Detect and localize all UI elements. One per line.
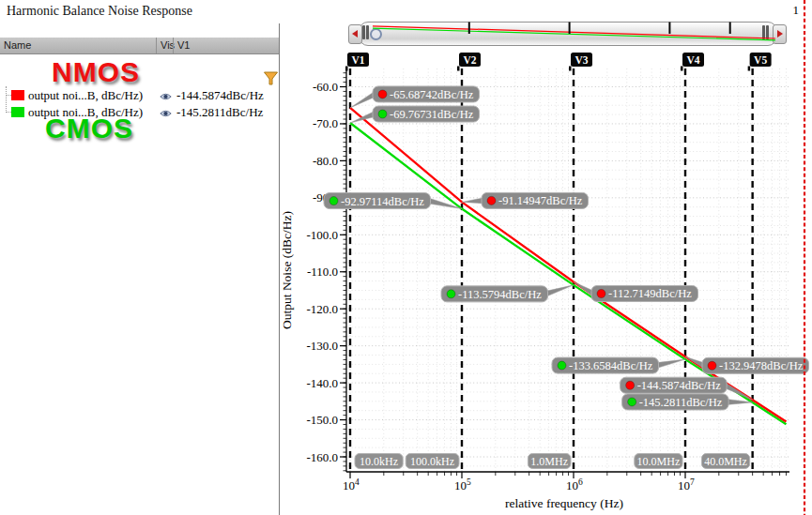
marker-value-v1: -144.5874dBc/Hz: [176, 88, 264, 103]
callout-dot: [597, 289, 605, 297]
marker-label-v1[interactable]: [347, 53, 369, 67]
slider-track[interactable]: [359, 22, 777, 46]
marker-label-tail: [748, 67, 751, 71]
marker-freq-text: 40.0MHz: [704, 455, 747, 468]
column-header-v1[interactable]: V1: [174, 39, 190, 51]
marker-label-text: V3: [575, 54, 588, 66]
eye-icon[interactable]: [160, 90, 172, 105]
y-tick-label: -90.0: [313, 190, 338, 204]
marker-value-v1: -145.2811dBc/Hz: [176, 105, 263, 120]
trace-nmos[interactable]: [350, 108, 786, 422]
trace-row-nmos[interactable]: output noi...B, dBc/Hz) -144.5874dBc/Hz: [0, 89, 279, 102]
marker-freq-badge-v1[interactable]: [355, 454, 403, 469]
callout-dot: [626, 381, 635, 389]
slider-right-arrow-button[interactable]: [773, 24, 787, 44]
callout-dot: [378, 90, 387, 98]
slider-grip[interactable]: [366, 25, 369, 39]
callout-v3-nmos[interactable]: [591, 285, 698, 301]
column-separator[interactable]: [173, 38, 174, 53]
marker-freq-badge-v2[interactable]: [406, 454, 459, 469]
marker-label-v4[interactable]: [682, 53, 704, 67]
callout-dot: [447, 290, 455, 298]
callout-value-text: -113.5794dBc/Hz: [458, 288, 542, 301]
trace-row-cmos[interactable]: output noi...B, dBc/Hz) -145.2811dBc/Hz: [0, 106, 279, 119]
marker-label-v2[interactable]: [459, 53, 481, 67]
callout-value-text: -144.5874dBc/Hz: [637, 379, 722, 392]
marker-label-v3[interactable]: [571, 53, 592, 67]
y-tick-label: -150.0: [306, 413, 338, 427]
callout-v1-cmos[interactable]: [373, 106, 480, 122]
callout-dot: [378, 110, 387, 118]
marker-freq-text: 10.0kHz: [360, 455, 398, 468]
x-range-slider[interactable]: [348, 21, 786, 45]
marker-freq-badge-v3[interactable]: [528, 454, 571, 469]
callout-dot: [558, 361, 566, 370]
slider-grip[interactable]: [362, 25, 365, 39]
page-indicator: 1: [793, 3, 800, 18]
left-arrow-icon: [352, 30, 358, 38]
x-tick-label: 104: [343, 477, 360, 492]
y-tick-label: -70.0: [313, 116, 338, 130]
slider-grip[interactable]: [762, 25, 765, 39]
marker-label-text: V1: [351, 54, 364, 66]
filter-funnel-icon[interactable]: [263, 70, 279, 86]
marker-label-v5[interactable]: [750, 53, 772, 67]
slider-grip[interactable]: [766, 25, 769, 39]
callout-value-text: -133.6584dBc/Hz: [569, 359, 653, 372]
column-separator[interactable]: [156, 38, 157, 53]
callout-v3-cmos[interactable]: [441, 286, 548, 302]
window-title: Harmonic Balance Noise Response: [7, 4, 192, 19]
trace-name[interactable]: output noi...B, dBc/Hz): [28, 88, 143, 103]
y-tick-label: -80.0: [313, 154, 338, 168]
callout-v4-cmos[interactable]: [552, 357, 659, 373]
marker-label-tail: [681, 67, 683, 71]
callout-dot: [628, 398, 636, 406]
trace-name[interactable]: output noi...B, dBc/Hz): [28, 105, 143, 120]
marker-freq-badge-v5[interactable]: [701, 454, 749, 469]
trace-cmos[interactable]: [350, 123, 786, 424]
callout-v2-cmos[interactable]: [324, 193, 431, 209]
callout-value-text: -65.68742dBc/Hz: [390, 88, 474, 101]
trace-color-swatch[interactable]: [11, 90, 24, 100]
callout-tail: [727, 399, 753, 404]
callout-value-text: -91.14947dBc/Hz: [498, 194, 583, 207]
y-tick-label: -140.0: [306, 376, 338, 390]
marker-freq-text: 100.0kHz: [410, 455, 454, 468]
column-header-name[interactable]: Name: [0, 39, 31, 51]
marker-label-tail: [569, 67, 572, 71]
callout-v4-nmos[interactable]: [702, 357, 809, 373]
panel-divider[interactable]: [279, 23, 280, 515]
marker-freq-text: 10.0MHz: [637, 455, 681, 468]
callout-v1-nmos[interactable]: [373, 86, 480, 102]
x-axis-title: relative frequency (Hz): [505, 496, 623, 510]
slider-handle[interactable]: [370, 28, 382, 40]
callout-dot: [708, 361, 716, 370]
callout-tail: [350, 112, 375, 124]
y-tick-label: -120.0: [306, 302, 338, 316]
trace-color-swatch[interactable]: [11, 107, 24, 117]
marker-label-tail: [457, 67, 460, 71]
callout-tail: [429, 198, 463, 209]
callout-tail: [546, 285, 575, 297]
x-tick-label: 105: [454, 477, 471, 492]
callout-dot: [329, 197, 338, 205]
marker-label-text: V5: [754, 54, 767, 66]
callout-v2-nmos[interactable]: [482, 192, 589, 208]
callout-value-text: -132.9478dBc/Hz: [719, 359, 804, 372]
callout-v5-nmos[interactable]: [620, 377, 728, 393]
viva-graph-window: { "window": { "title": "Harmonic Balance…: [0, 0, 812, 515]
y-tick-label: -60.0: [313, 80, 338, 94]
marker-label-text: V4: [686, 54, 699, 66]
trace-list-header: Name Vis V1: [0, 38, 279, 54]
callout-value-text: -92.97114dBc/Hz: [341, 195, 424, 208]
y-tick-label: -110.0: [307, 265, 338, 279]
slider-left-arrow-button[interactable]: [348, 24, 362, 44]
eye-icon[interactable]: [160, 107, 172, 122]
right-arrow-icon: [777, 30, 783, 38]
annotation-nmos: NMOS: [52, 58, 140, 86]
callout-tail: [657, 359, 686, 369]
marker-freq-badge-v4[interactable]: [635, 454, 682, 469]
callout-tail: [685, 356, 704, 369]
callout-value-text: -112.7149dBc/Hz: [608, 287, 692, 300]
callout-v5-cmos[interactable]: [622, 394, 729, 410]
